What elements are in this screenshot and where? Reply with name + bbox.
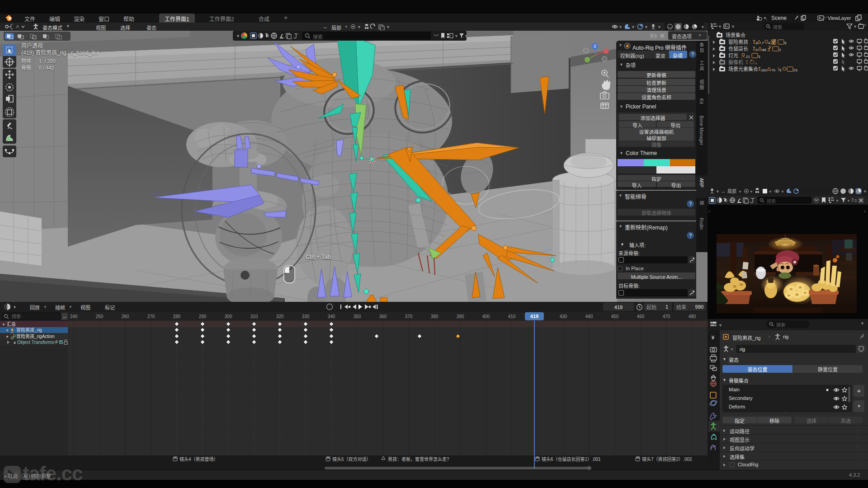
- svg-text:▼: ▼: [718, 24, 722, 29]
- svg-text:3: 3: [854, 198, 857, 203]
- svg-text:男孩：老板，蜜雪世界怎么走?: 男孩：老板，蜜雪世界怎么走?: [388, 456, 449, 462]
- svg-text:23: 23: [793, 68, 797, 72]
- svg-text:▼: ▼: [631, 25, 635, 29]
- svg-text:▼: ▼: [13, 305, 17, 310]
- svg-text:340: 340: [328, 314, 335, 319]
- svg-text:▼: ▼: [769, 190, 772, 194]
- svg-text:240: 240: [70, 314, 78, 319]
- svg-text:3: 3: [755, 48, 758, 52]
- svg-text:▼: ▼: [718, 323, 722, 328]
- svg-text:+: +: [864, 23, 866, 27]
- svg-text:480: 480: [689, 314, 696, 319]
- svg-text:Object Transforms: Object Transforms: [17, 340, 54, 345]
- svg-text:161: 161: [761, 68, 767, 72]
- svg-text:5: 5: [784, 41, 787, 45]
- svg-text:摄像机: 摄像机: [728, 59, 743, 65]
- svg-text:▼: ▼: [716, 189, 720, 194]
- svg-text:▼: ▼: [2, 323, 5, 327]
- svg-text:▼: ▼: [5, 335, 9, 339]
- svg-text:镜头6（仓鼠店长回答1）.001: 镜头6（仓鼠店长回答1）.001: [542, 456, 601, 462]
- svg-text:5: 5: [779, 68, 782, 72]
- svg-text:▼: ▼: [730, 347, 734, 352]
- svg-text:4: 4: [768, 41, 770, 45]
- svg-text:70: 70: [771, 68, 775, 72]
- svg-text:2: 2: [779, 48, 781, 52]
- svg-text:310: 310: [250, 314, 258, 319]
- svg-text:冒险男孩: 冒险男孩: [728, 39, 748, 45]
- svg-text:▼: ▼: [847, 199, 850, 203]
- svg-text:410: 410: [508, 314, 516, 319]
- svg-text:▼: ▼: [464, 34, 467, 38]
- svg-text:场景集合: 场景集合: [726, 32, 745, 38]
- svg-text:300: 300: [225, 314, 232, 319]
- svg-text:280: 280: [173, 314, 181, 319]
- svg-text:场景元素集合: 场景元素集合: [728, 66, 758, 72]
- svg-text:430: 430: [560, 314, 567, 319]
- svg-text:260: 260: [122, 314, 129, 319]
- svg-text:370: 370: [405, 314, 413, 319]
- svg-text:Z: Z: [594, 44, 596, 48]
- svg-text:▼: ▼: [853, 24, 857, 29]
- svg-text:330: 330: [302, 314, 310, 319]
- svg-text:7: 7: [762, 41, 764, 45]
- svg-text:450: 450: [611, 314, 619, 319]
- svg-text:搜索: 搜索: [12, 314, 21, 319]
- svg-text:▼: ▼: [236, 34, 240, 38]
- svg-text:3: 3: [654, 33, 657, 38]
- svg-text:镜头5（双方对话）: 镜头5（双方对话）: [332, 456, 371, 462]
- svg-text:270: 270: [147, 314, 155, 319]
- svg-text:470: 470: [663, 314, 670, 319]
- svg-text:局部: 局部: [727, 188, 736, 194]
- svg-text:▼: ▼: [357, 25, 361, 29]
- svg-text:冒险男孩_rigAction: 冒险男孩_rigAction: [16, 333, 54, 339]
- svg-text:320: 320: [276, 314, 284, 319]
- svg-text:390: 390: [457, 314, 464, 319]
- svg-text:290: 290: [199, 314, 207, 319]
- svg-text:▼: ▼: [738, 190, 742, 194]
- svg-text:▼: ▼: [618, 25, 623, 29]
- svg-text:↔: ↔: [721, 189, 726, 194]
- svg-text:▼: ▼: [863, 189, 867, 194]
- svg-text:镜头7（男孩回答2）.002: 镜头7（男孩回答2）.002: [642, 456, 692, 462]
- svg-text:灯光: 灯光: [728, 52, 738, 58]
- svg-text:380: 380: [431, 314, 439, 319]
- svg-text:419: 419: [530, 314, 538, 319]
- svg-text:镜头4（男孩登场）: 镜头4（男孩登场）: [179, 456, 218, 462]
- svg-text:350: 350: [354, 314, 361, 319]
- svg-text:▼: ▼: [454, 34, 458, 38]
- svg-text:汇总: 汇总: [7, 321, 16, 327]
- svg-text:440: 440: [585, 314, 593, 319]
- svg-text:21: 21: [746, 55, 750, 59]
- svg-text:▼: ▼: [701, 25, 705, 29]
- svg-text:▼: ▼: [835, 199, 839, 203]
- svg-text:250: 250: [96, 314, 104, 319]
- svg-text:3: 3: [758, 55, 760, 59]
- svg-text:460: 460: [637, 314, 645, 319]
- svg-text:▼: ▼: [731, 24, 735, 29]
- svg-text:仓鼠店长: 仓鼠店长: [728, 46, 748, 52]
- svg-text:400: 400: [482, 314, 490, 319]
- svg-text:▼: ▼: [5, 328, 9, 333]
- svg-text:▼: ▼: [644, 25, 648, 29]
- svg-text:9: 9: [755, 61, 757, 66]
- svg-text:↔: ↔: [62, 314, 67, 319]
- svg-text:▼: ▼: [657, 25, 661, 29]
- svg-text:360: 360: [379, 314, 387, 319]
- svg-text:▼: ▼: [750, 190, 753, 194]
- svg-text:▼: ▼: [386, 25, 390, 29]
- svg-text:86: 86: [762, 48, 766, 52]
- svg-text:▼: ▼: [781, 190, 784, 194]
- svg-text:冒险男孩_rig: 冒险男孩_rig: [16, 327, 42, 333]
